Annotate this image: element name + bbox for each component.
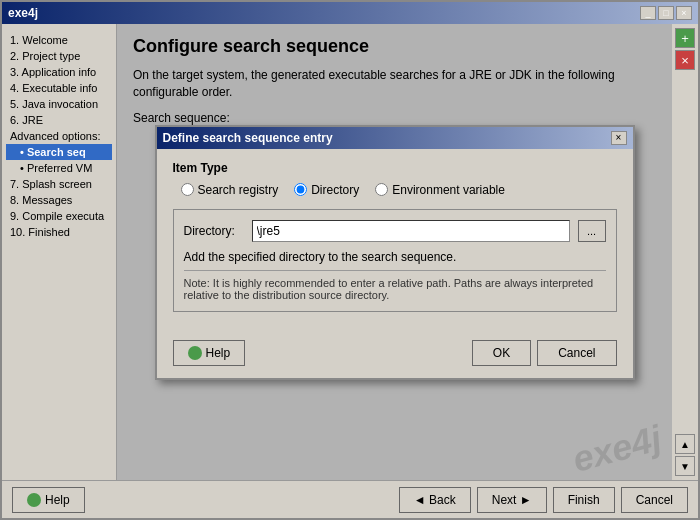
radio-env-variable[interactable]: Environment variable — [375, 183, 505, 197]
maximize-button[interactable]: □ — [658, 6, 674, 20]
cancel-button[interactable]: Cancel — [621, 487, 688, 513]
radio-directory[interactable]: Directory — [294, 183, 359, 197]
sidebar-item-app-info[interactable]: 3. Application info — [6, 64, 112, 80]
back-label: ◄ Back — [414, 493, 456, 507]
directory-note: Add the specified directory to the searc… — [184, 250, 606, 264]
cancel-label: Cancel — [636, 493, 673, 507]
radio-search-registry-input[interactable] — [181, 183, 194, 196]
modal-footer-left: Help — [173, 340, 466, 366]
main-window: exe4j _ □ × 1. Welcome 2. Project type 3… — [0, 0, 700, 520]
sidebar-item-java-inv[interactable]: 5. Java invocation — [6, 96, 112, 112]
modal-ok-button[interactable]: OK — [472, 340, 531, 366]
radio-directory-label: Directory — [311, 183, 359, 197]
bottom-bar: Help ◄ Back Next ► Finish Cancel — [2, 480, 698, 518]
directory-label: Directory: — [184, 224, 244, 238]
window-title: exe4j — [8, 6, 38, 20]
sidebar-item-messages[interactable]: 8. Messages — [6, 192, 112, 208]
help-icon — [188, 346, 202, 360]
sidebar: 1. Welcome 2. Project type 3. Applicatio… — [2, 24, 117, 480]
help-label: Help — [45, 493, 70, 507]
sidebar-item-finished[interactable]: 10. Finished — [6, 224, 112, 240]
next-label: Next ► — [492, 493, 532, 507]
radio-group-item-type: Search registry Directory Environment va… — [173, 183, 617, 197]
finish-label: Finish — [568, 493, 600, 507]
browse-button[interactable]: ... — [578, 220, 606, 242]
modal-close-button[interactable]: × — [611, 131, 627, 145]
move-up-button[interactable]: ▲ — [675, 434, 695, 454]
add-button[interactable]: + — [675, 28, 695, 48]
radio-env-variable-label: Environment variable — [392, 183, 505, 197]
sidebar-item-jre[interactable]: 6. JRE — [6, 112, 112, 128]
modal-help-button[interactable]: Help — [173, 340, 246, 366]
sidebar-item-search-seq[interactable]: • Search seq — [6, 144, 112, 160]
radio-search-registry-label: Search registry — [198, 183, 279, 197]
window-body: 1. Welcome 2. Project type 3. Applicatio… — [2, 24, 698, 480]
modal-help-label: Help — [206, 346, 231, 360]
sidebar-item-preferred-vm[interactable]: • Preferred VM — [6, 160, 112, 176]
minimize-button[interactable]: _ — [640, 6, 656, 20]
detail-box: Directory: ... Add the specified directo… — [173, 209, 617, 312]
close-button[interactable]: × — [676, 6, 692, 20]
modal-overlay: Define search sequence entry × Item Type… — [117, 24, 672, 480]
modal-dialog: Define search sequence entry × Item Type… — [155, 125, 635, 380]
title-bar: exe4j _ □ × — [2, 2, 698, 24]
remove-button[interactable]: × — [675, 50, 695, 70]
help-dot-icon — [27, 493, 41, 507]
finish-button[interactable]: Finish — [553, 487, 615, 513]
next-button[interactable]: Next ► — [477, 487, 547, 513]
sidebar-item-welcome[interactable]: 1. Welcome — [6, 32, 112, 48]
modal-title-bar: Define search sequence entry × — [157, 127, 633, 149]
main-content: Configure search sequence On the target … — [117, 24, 672, 480]
back-button[interactable]: ◄ Back — [399, 487, 471, 513]
directory-note2: Note: It is highly recommended to enter … — [184, 270, 606, 301]
modal-title: Define search sequence entry — [163, 131, 333, 145]
radio-search-registry[interactable]: Search registry — [181, 183, 279, 197]
sidebar-item-compile[interactable]: 9. Compile executa — [6, 208, 112, 224]
sidebar-item-exe-info[interactable]: 4. Executable info — [6, 80, 112, 96]
modal-footer: Help OK Cancel — [157, 332, 633, 378]
right-toolbar: + × ▲ ▼ — [672, 24, 698, 480]
directory-input[interactable] — [252, 220, 570, 242]
modal-cancel-button[interactable]: Cancel — [537, 340, 616, 366]
sidebar-item-splash[interactable]: 7. Splash screen — [6, 176, 112, 192]
item-type-label: Item Type — [173, 161, 617, 175]
radio-directory-input[interactable] — [294, 183, 307, 196]
radio-env-variable-input[interactable] — [375, 183, 388, 196]
sidebar-item-adv-options: Advanced options: — [6, 128, 112, 144]
help-button[interactable]: Help — [12, 487, 85, 513]
directory-row: Directory: ... — [184, 220, 606, 242]
sidebar-item-project-type[interactable]: 2. Project type — [6, 48, 112, 64]
title-bar-buttons: _ □ × — [640, 6, 692, 20]
move-down-button[interactable]: ▼ — [675, 456, 695, 476]
modal-body: Item Type Search registry Directory — [157, 149, 633, 332]
